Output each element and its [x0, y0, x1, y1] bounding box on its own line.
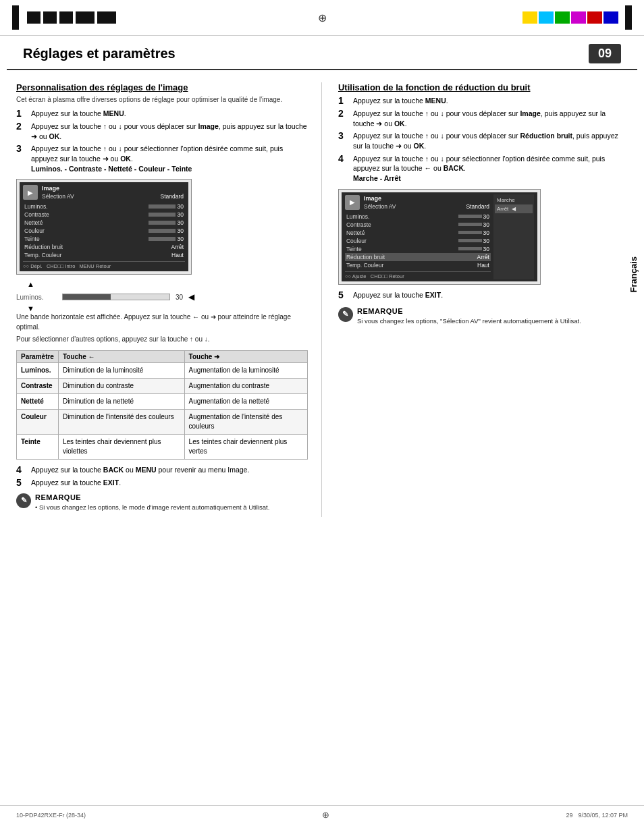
- step-2: 2 Appuyez sur la touche ↑ ou ↓ pour vous…: [16, 121, 308, 141]
- right-step-3-num: 3: [338, 130, 350, 141]
- right-section-title: Utilisation de la fonction de réduction …: [338, 82, 628, 92]
- luminos-value: 30: [176, 294, 183, 301]
- up-arrow: ▲: [27, 280, 308, 288]
- right-step-4-num: 4: [338, 153, 350, 164]
- luminos-track: [62, 294, 170, 300]
- param-nettete-left: Diminution de la netteté: [58, 393, 184, 409]
- step-2-text: Appuyez sur la touche ↑ ou ↓ pour vous d…: [31, 121, 308, 141]
- table-row: Luminos. Diminution de la luminosité Aug…: [17, 362, 308, 378]
- right-step-2: 2 Appuyez sur la touche ↑ ou ↓ pour vous…: [338, 109, 628, 128]
- remarque-title-right: REMARQUE: [357, 307, 581, 315]
- menu-side-marche: Marche: [495, 196, 533, 204]
- black-block-3: [59, 11, 73, 24]
- menu-side-arret: Arrêt ◀: [495, 204, 533, 213]
- color-block-cyan: [539, 11, 554, 24]
- top-bar: ⊕: [0, 0, 644, 36]
- instruction-2: Pour sélectionner d'autres options, appu…: [16, 335, 308, 345]
- color-block-green: [555, 11, 570, 24]
- top-bar-left-blocks: [12, 5, 117, 30]
- step-3: 3 Appuyez sur la touche ↑ ou ↓ pour séle…: [16, 144, 308, 173]
- margin-line-right: [625, 5, 632, 30]
- remarque-text-left: • Si vous changez les options, le mode d…: [35, 503, 269, 512]
- color-block-yellow: [522, 11, 537, 24]
- table-header-param: Paramètre: [17, 350, 59, 362]
- param-nettete-right: Augmentation de la netteté: [184, 393, 307, 409]
- param-luminos-left: Diminution de la luminosité: [58, 362, 184, 378]
- param-couleur: Couleur: [17, 409, 59, 434]
- color-block-red: [587, 11, 602, 24]
- step-1-num: 1: [16, 108, 28, 119]
- remarque-text-right: Si vous changez les options, "Sélection …: [357, 317, 581, 325]
- step-4-num: 4: [16, 464, 28, 475]
- menu-side-col: Marche Arrêt ◀: [493, 194, 534, 279]
- param-couleur-right: Augmentation de l'intensité des couleurs: [184, 409, 307, 434]
- color-block-magenta: [571, 11, 586, 24]
- param-contraste: Contraste: [17, 378, 59, 393]
- table-row: Couleur Diminution de l'intensité des co…: [17, 409, 308, 434]
- right-step-2-num: 2: [338, 108, 350, 119]
- step-5-text: Appuyez sur la touche EXIT.: [31, 478, 121, 488]
- right-step-1: 1 Appuyez sur la touche MENU.: [338, 96, 628, 106]
- remarque-icon-right: ✎: [338, 307, 353, 322]
- param-teinte-left: Les teintes chair deviennent plus violet…: [58, 434, 184, 459]
- remarque-right: ✎ REMARQUE Si vous changez les options, …: [338, 307, 628, 325]
- step-3-text: Appuyez sur la touche ↑ ou ↓ pour sélect…: [31, 144, 308, 173]
- param-teinte-right: Les teintes chair deviennent plus vertes: [184, 434, 307, 459]
- margin-line-left: [12, 5, 19, 30]
- param-contraste-left: Diminution du contraste: [58, 378, 184, 393]
- remarque-content-right: REMARQUE Si vous changez les options, "S…: [357, 307, 581, 325]
- instruction-1: Une bande horizontale est affichée. Appu…: [16, 312, 308, 332]
- param-nettete: Netteté: [17, 393, 59, 409]
- luminos-display: Luminos. 30 ◀: [16, 292, 308, 302]
- bottom-left-text: 10-PDP42RXE-Fr (28-34): [16, 812, 86, 819]
- param-contraste-right: Augmentation du contraste: [184, 378, 307, 393]
- step-4: 4 Appuyez sur la touche BACK ou MENU pou…: [16, 465, 308, 475]
- param-luminos-right: Augmentation de la luminosité: [184, 362, 307, 378]
- luminos-label: Luminos.: [16, 294, 57, 301]
- down-arrow: ▼: [27, 304, 308, 312]
- right-step-3-text: Appuyez sur la touche ↑ ou ↓ pour vous d…: [353, 131, 628, 150]
- table-header-left: Touche ←: [58, 350, 184, 362]
- black-block-2: [43, 11, 57, 24]
- page-title-bar: Réglages et paramètres 09: [7, 36, 637, 70]
- table-row: Contraste Diminution du contraste Augmen…: [17, 378, 308, 393]
- black-block-4: [76, 11, 95, 24]
- right-step-2-text: Appuyez sur la touche ↑ ou ↓ pour vous d…: [353, 109, 628, 128]
- right-step-4-text: Appuyez sur la touche ↑ ou ↓ pour sélect…: [353, 154, 628, 184]
- bottom-right-text: 9/30/05, 12:07 PM: [578, 812, 628, 819]
- page-title: Réglages et paramètres: [23, 46, 176, 61]
- page-number-badge: 09: [589, 44, 621, 63]
- param-luminos: Luminos.: [17, 362, 59, 378]
- step-1-text: Appuyez sur la touche MENU.: [31, 109, 126, 119]
- param-table: Paramètre Touche ← Touche ➜ Luminos. Dim…: [16, 350, 308, 460]
- step-2-num: 2: [16, 121, 28, 132]
- right-step-3: 3 Appuyez sur la touche ↑ ou ↓ pour vous…: [338, 131, 628, 150]
- step-4-text: Appuyez sur la touche BACK ou MENU pour …: [31, 465, 249, 475]
- step-5: 5 Appuyez sur la touche EXIT.: [16, 478, 308, 488]
- francais-label: Français: [628, 256, 639, 292]
- right-step-1-text: Appuyez sur la touche MENU.: [353, 96, 448, 106]
- bottom-page-num: 29: [566, 812, 572, 819]
- remarque-content-left: REMARQUE • Si vous changez les options, …: [35, 493, 269, 512]
- luminos-right-arrow: ◀: [188, 292, 194, 302]
- param-teinte: Teinte: [17, 434, 59, 459]
- left-section-title: Personnalisation des réglages de l'image: [16, 82, 308, 92]
- left-section-subtitle: Cet écran à plasma offre diverses option…: [16, 96, 308, 103]
- menu-screenshot-left: ▶ Image Sélection AVStandard Luminos.30 …: [16, 179, 192, 275]
- param-couleur-left: Diminution de l'intensité des couleurs: [58, 409, 184, 434]
- menu-screenshot-right: ▶ Image Sélection AVStandard Luminos.30 …: [338, 189, 541, 285]
- remarque-left: ✎ REMARQUE • Si vous changez les options…: [16, 493, 308, 512]
- black-block-5: [97, 11, 116, 24]
- right-step-5-text: Appuyez sur la touche EXIT.: [353, 290, 443, 300]
- main-content: Personnalisation des réglages de l'image…: [0, 70, 644, 524]
- right-step-5: 5 Appuyez sur la touche EXIT.: [338, 290, 628, 300]
- crosshair-center: ⊕: [318, 11, 327, 24]
- step-3-num: 3: [16, 143, 28, 154]
- black-block-1: [27, 11, 41, 24]
- remarque-icon-left: ✎: [16, 493, 31, 508]
- table-row: Netteté Diminution de la netteté Augment…: [17, 393, 308, 409]
- table-header-right: Touche ➜: [184, 350, 307, 362]
- left-column: Personnalisation des réglages de l'image…: [16, 82, 322, 517]
- color-block-blue: [603, 11, 618, 24]
- step-5-num: 5: [16, 477, 28, 488]
